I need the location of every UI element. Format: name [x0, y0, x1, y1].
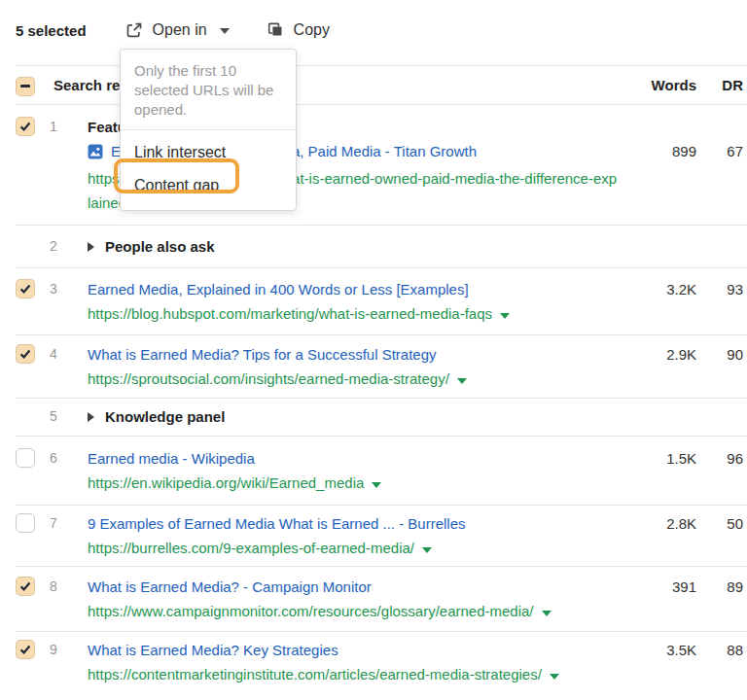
- words-value: 899: [618, 115, 696, 163]
- result-url: https://contentmarketinginstitute.com/ar…: [88, 666, 542, 682]
- url-dropdown-caret[interactable]: [500, 313, 510, 319]
- check-icon: [19, 580, 31, 592]
- result-url: https://sproutsocial.com/insights/earned…: [88, 370, 449, 387]
- check-icon: [19, 121, 31, 132]
- dr-value: 96: [696, 446, 743, 471]
- result-url: https://www.campaignmonitor.com/resource…: [88, 603, 534, 619]
- result-link[interactable]: Earned Media, Explained in 400 Words or …: [88, 281, 469, 298]
- dr-value: 88: [696, 638, 743, 662]
- selected-count: 5 selected: [16, 22, 87, 39]
- expand-triangle-icon[interactable]: [88, 242, 94, 252]
- row-number: 5: [35, 404, 72, 429]
- url-dropdown-caret[interactable]: [372, 482, 381, 488]
- result-link[interactable]: What is Earned Media? - Campaign Monitor: [88, 578, 372, 595]
- dropdown-note: Only the first 10 selected URLs will be …: [121, 50, 296, 130]
- url-dropdown-caret[interactable]: [422, 547, 432, 553]
- url-dropdown-caret[interactable]: [457, 378, 467, 384]
- copy-icon: [267, 21, 284, 39]
- copy-label: Copy: [294, 21, 330, 39]
- words-value: 3.2K: [618, 277, 696, 301]
- chevron-down-icon: [220, 28, 230, 34]
- result-url: https://en.wikipedia.org/wiki/Earned_med…: [88, 474, 364, 491]
- result-link[interactable]: What is Earned Media? Tips for a Success…: [88, 346, 437, 363]
- row-number: 4: [35, 342, 72, 367]
- result-url: https://blog.hubspot.com/marketing/what-…: [88, 305, 492, 322]
- row-checkbox[interactable]: [16, 279, 35, 298]
- row-checkbox[interactable]: [16, 577, 35, 596]
- external-link-icon: [125, 21, 143, 39]
- serp-feature-label: Knowledge panel: [105, 408, 225, 425]
- check-icon: [19, 644, 31, 655]
- column-header-dr[interactable]: DR: [696, 77, 743, 93]
- words-value: 391: [618, 575, 696, 599]
- check-icon: [19, 348, 31, 360]
- open-in-label: Open in: [153, 21, 207, 39]
- table-row: 2 People also ask: [16, 226, 747, 268]
- menu-item-content-gap[interactable]: Content gap: [121, 169, 296, 202]
- result-url: https://burrelles.com/9-examples-of-earn…: [88, 540, 414, 556]
- row-number: 9: [35, 638, 72, 662]
- table-row: 7 9 Examples of Earned Media What is Ear…: [16, 506, 747, 567]
- open-in-dropdown: Only the first 10 selected URLs will be …: [120, 49, 297, 211]
- bulk-actions-toolbar: 5 selected Open in Copy: [0, 0, 747, 42]
- words-value: 2.8K: [618, 511, 696, 536]
- open-in-button[interactable]: Open in: [125, 21, 230, 39]
- row-checkbox[interactable]: [16, 344, 35, 364]
- column-header-words[interactable]: Words: [589, 77, 696, 93]
- row-number: 2: [35, 234, 72, 259]
- url-dropdown-caret[interactable]: [542, 611, 551, 616]
- words-value: 1.5K: [618, 446, 696, 471]
- row-checkbox[interactable]: [16, 117, 35, 136]
- table-row: 6 Earned media - Wikipedia https://en.wi…: [16, 437, 747, 506]
- indeterminate-mark-icon: [20, 85, 30, 88]
- row-checkbox[interactable]: [16, 640, 35, 659]
- result-link[interactable]: What is Earned Media? Key Strategies: [88, 642, 338, 658]
- row-number: 6: [35, 446, 72, 471]
- serp-feature-label: People also ask: [105, 238, 215, 255]
- result-link[interactable]: Earned media - Wikipedia: [88, 450, 255, 467]
- dr-value: 89: [696, 575, 743, 599]
- row-checkbox[interactable]: [16, 448, 35, 468]
- words-value: 3.5K: [618, 638, 696, 662]
- words-value: 2.9K: [618, 342, 696, 367]
- row-number: 1: [35, 115, 72, 139]
- dr-value: 67: [696, 115, 743, 163]
- row-number: 7: [35, 511, 72, 536]
- select-all-checkbox[interactable]: [16, 77, 35, 96]
- row-number: 8: [35, 575, 72, 599]
- table-row: 5 Knowledge panel: [16, 399, 747, 437]
- table-row: 4 What is Earned Media? Tips for a Succe…: [16, 335, 747, 399]
- table-row: 3 Earned Media, Explained in 400 Words o…: [16, 268, 747, 335]
- menu-item-link-intersect[interactable]: Link intersect: [121, 136, 296, 169]
- row-number: 3: [35, 277, 72, 301]
- check-icon: [19, 283, 31, 295]
- expand-triangle-icon[interactable]: [88, 412, 94, 422]
- table-row: 8 What is Earned Media? - Campaign Monit…: [16, 567, 747, 632]
- result-link[interactable]: 9 Examples of Earned Media What is Earne…: [88, 515, 466, 532]
- copy-button[interactable]: Copy: [267, 21, 330, 39]
- row-checkbox[interactable]: [16, 513, 35, 533]
- image-result-icon: [88, 142, 103, 166]
- table-row: 9 What is Earned Media? Key Strategies h…: [16, 632, 747, 696]
- dr-value: 90: [696, 342, 743, 367]
- dr-value: 93: [696, 277, 743, 301]
- dr-value: 50: [696, 511, 743, 536]
- url-dropdown-caret[interactable]: [550, 674, 559, 680]
